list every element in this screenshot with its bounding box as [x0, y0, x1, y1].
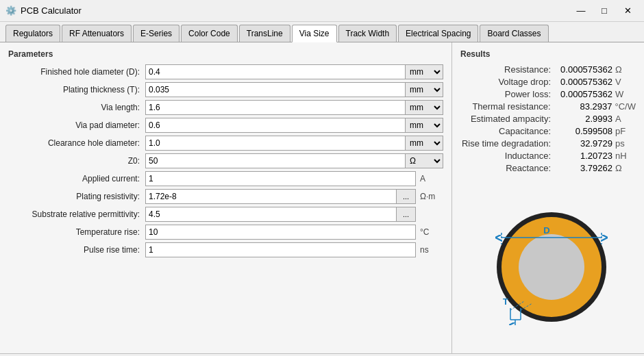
tab-e-series[interactable]: E-Series [133, 25, 179, 42]
param-unit-1[interactable]: mmin [406, 82, 443, 97]
param-label-0: Finished hole diameter (D): [8, 67, 145, 77]
minimize-button[interactable]: — [570, 3, 592, 18]
result-label-resistance: Resistance: [460, 64, 554, 75]
param-input-7[interactable] [145, 189, 397, 204]
param-row-1: Plating thickness (T): mmin [8, 82, 443, 97]
tab-rf-attenuators[interactable]: RF Attenuators [62, 25, 132, 42]
result-value-inductance: 1.20723 [554, 151, 615, 161]
result-resistance: Resistance: 0.000575362 Ω [460, 64, 636, 75]
param-input-9[interactable] [145, 225, 416, 240]
param-unit-3[interactable]: mmin [406, 118, 443, 133]
main-content: Parameters Finished hole diameter (D): m… [0, 42, 644, 353]
param-label-6: Applied current: [8, 174, 145, 183]
results-list: Resistance: 0.000575362 Ω Voltage drop: … [460, 64, 636, 175]
svg-text:T: T [503, 296, 508, 307]
param-unit-6: A [416, 173, 443, 185]
result-label-inductance: Inductance: [460, 151, 554, 161]
result-label-voltage: Voltage drop: [460, 77, 554, 87]
param-btn-8[interactable]: ... [397, 207, 416, 222]
param-label-2: Via length: [8, 103, 145, 112]
param-unit-5[interactable]: Ω [406, 153, 443, 168]
param-input-5[interactable] [145, 153, 406, 168]
param-input-2[interactable] [145, 100, 406, 115]
tab-bar: Regulators RF Attenuators E-Series Color… [0, 22, 644, 42]
app-icon: ⚙️ [5, 5, 16, 16]
param-unit-8 [416, 213, 443, 216]
result-unit-power: W [615, 89, 636, 99]
param-row-0: Finished hole diameter (D): mmin [8, 64, 443, 79]
parameters-table: Finished hole diameter (D): mmin Plating… [8, 64, 443, 257]
result-value-rise-time: 32.9729 [554, 138, 615, 149]
result-unit-capacitance: pF [615, 126, 636, 136]
param-row-8: Substrate relative permittivity: ... [8, 207, 443, 222]
param-label-4: Clearance hole diameter: [8, 138, 145, 148]
maximize-button[interactable]: □ [593, 3, 615, 18]
tab-regulators[interactable]: Regulators [5, 25, 60, 42]
param-row-10: Pulse rise time: ns [8, 242, 443, 257]
param-row-9: Temperature rise: °C [8, 225, 443, 240]
param-input-0[interactable] [145, 64, 406, 79]
result-unit-voltage: V [615, 77, 636, 87]
result-label-rise-time: Rise time degradation: [460, 138, 554, 149]
param-label-1: Plating thickness (T): [8, 85, 145, 94]
result-unit-thermal: °C/W [615, 101, 636, 112]
param-row-3: Via pad diameter: mmin [8, 118, 443, 133]
param-input-6[interactable] [145, 171, 416, 186]
param-label-7: Plating resistivity: [8, 192, 145, 201]
result-value-resistance: 0.000575362 [554, 64, 615, 75]
close-button[interactable]: ✕ [617, 3, 639, 18]
param-unit-0[interactable]: mmin [406, 64, 443, 79]
result-label-power: Power loss: [460, 89, 554, 99]
result-thermal: Thermal resistance: 83.2937 °C/W [460, 101, 636, 112]
param-unit-9: °C [416, 226, 443, 238]
param-unit-4[interactable]: mmin [406, 136, 443, 151]
result-unit-resistance: Ω [615, 64, 636, 75]
param-btn-7[interactable]: ... [397, 189, 416, 204]
result-reactance: Reactance: 3.79262 Ω [460, 163, 636, 173]
result-value-capacitance: 0.599508 [554, 126, 615, 136]
param-row-6: Applied current: A [8, 171, 443, 186]
result-voltage: Voltage drop: 0.000575362 V [460, 77, 636, 87]
param-row-2: Via length: mmin [8, 100, 443, 115]
result-power: Power loss: 0.000575362 W [460, 89, 636, 99]
param-label-3: Via pad diameter: [8, 120, 145, 130]
result-ampacity: Estimated ampacity: 2.9993 A [460, 114, 636, 124]
param-input-3[interactable] [145, 118, 406, 133]
tab-transline[interactable]: TransLine [239, 25, 290, 42]
result-rise-time: Rise time degradation: 32.9729 ps [460, 138, 636, 149]
param-input-10[interactable] [145, 242, 416, 257]
param-row-7: Plating resistivity: ... Ω·m [8, 189, 443, 204]
param-input-8[interactable] [145, 207, 397, 222]
tab-board-classes[interactable]: Board Classes [480, 25, 548, 42]
result-inductance: Inductance: 1.20723 nH [460, 151, 636, 161]
param-label-9: Temperature rise: [8, 227, 145, 237]
result-label-capacitance: Capacitance: [460, 126, 554, 136]
result-label-ampacity: Estimated ampacity: [460, 114, 554, 124]
tab-electrical-spacing[interactable]: Electrical Spacing [398, 25, 478, 42]
param-input-1[interactable] [145, 82, 406, 97]
result-capacitance: Capacitance: 0.599508 pF [460, 126, 636, 136]
result-value-power: 0.000575362 [554, 89, 615, 99]
param-label-10: Pulse rise time: [8, 245, 145, 255]
param-unit-2[interactable]: mmin [406, 100, 443, 115]
param-row-5: Z0: Ω [8, 153, 443, 168]
result-value-voltage: 0.000575362 [554, 77, 615, 87]
svg-point-2 [519, 234, 584, 300]
result-label-thermal: Thermal resistance: [460, 101, 554, 112]
param-unit-7: Ω·m [416, 190, 443, 203]
via-diagram: D T [460, 181, 636, 346]
svg-text:D: D [543, 225, 549, 236]
bottom-bar: Reset to Defaults [0, 353, 644, 356]
param-unit-10: ns [416, 244, 443, 256]
result-unit-rise-time: ps [615, 138, 636, 149]
result-value-thermal: 83.2937 [554, 101, 615, 112]
param-row-4: Clearance hole diameter: mmin [8, 136, 443, 151]
result-unit-reactance: Ω [615, 163, 636, 173]
param-input-4[interactable] [145, 136, 406, 151]
result-label-reactance: Reactance: [460, 163, 554, 173]
param-label-5: Z0: [8, 156, 145, 166]
window-controls: — □ ✕ [570, 3, 639, 18]
tab-color-code[interactable]: Color Code [181, 25, 238, 42]
tab-via-size[interactable]: Via Size [292, 25, 337, 42]
tab-track-width[interactable]: Track Width [338, 25, 397, 42]
